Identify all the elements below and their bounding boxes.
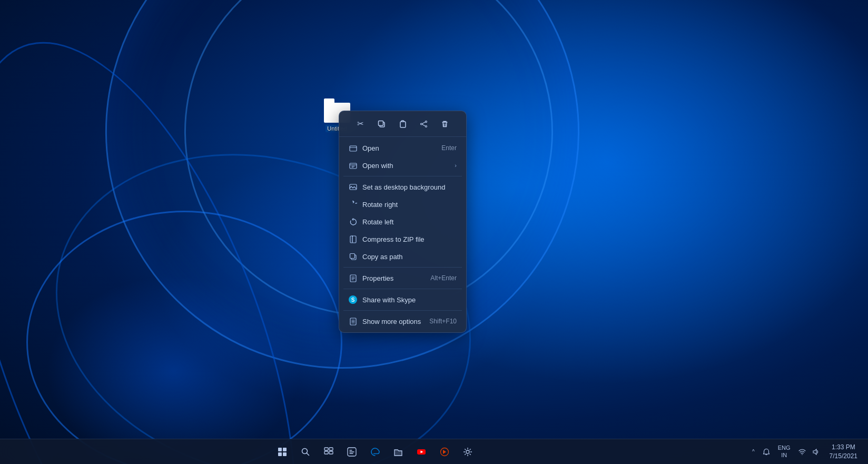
lang-region: IN — [778, 452, 791, 459]
rotate-left-icon — [349, 218, 357, 226]
youtube-button[interactable] — [411, 441, 432, 462]
rotate-left-menu-item[interactable]: Rotate left — [341, 213, 464, 230]
svg-point-4 — [421, 123, 422, 125]
search-button[interactable] — [295, 441, 316, 462]
divider-1 — [343, 176, 462, 176]
properties-shortcut: Alt+Enter — [430, 274, 457, 282]
open-menu-item[interactable]: Open Enter — [341, 140, 464, 156]
svg-rect-15 — [283, 448, 287, 451]
svg-rect-2 — [400, 122, 406, 127]
divider-2 — [343, 267, 462, 268]
edge-button[interactable] — [364, 441, 386, 462]
svg-rect-21 — [324, 451, 328, 454]
svg-rect-20 — [329, 448, 333, 450]
svg-point-5 — [426, 125, 427, 127]
properties-icon — [349, 274, 357, 282]
lang-code: ENG — [778, 445, 791, 451]
open-with-icon — [349, 161, 357, 170]
show-more-label: Show more options — [362, 318, 424, 325]
open-icon — [349, 144, 357, 152]
properties-menu-item[interactable]: Properties Alt+Enter — [341, 270, 464, 287]
system-tray: ^ ENG IN 1:33 PM 7/15/2021 — [750, 443, 868, 461]
copy-as-path-icon — [349, 252, 357, 261]
delete-button[interactable] — [437, 115, 453, 132]
open-with-menu-item[interactable]: Open with › — [341, 157, 464, 174]
widgets-button[interactable] — [341, 441, 362, 462]
set-desktop-bg-label: Set as desktop background — [362, 183, 457, 191]
compress-zip-menu-item[interactable]: Compress to ZIP file — [341, 231, 464, 248]
language-indicator[interactable]: ENG IN — [776, 445, 793, 458]
share-button[interactable] — [416, 115, 432, 132]
compress-zip-icon — [349, 235, 357, 243]
rotate-left-label: Rotate left — [362, 218, 457, 226]
compress-zip-label: Compress to ZIP file — [362, 235, 457, 243]
svg-rect-16 — [278, 452, 282, 456]
svg-rect-9 — [350, 236, 356, 243]
svg-rect-6 — [350, 146, 357, 151]
skype-logo: S — [349, 295, 357, 304]
start-button[interactable] — [272, 441, 293, 462]
share-skype-label: Share with Skype — [362, 296, 457, 304]
paste-button[interactable] — [394, 115, 411, 132]
divider-3 — [343, 289, 462, 289]
svg-rect-19 — [324, 448, 328, 450]
tray-icons — [760, 446, 773, 458]
open-label: Open — [362, 144, 436, 152]
svg-point-26 — [466, 450, 469, 453]
context-toolbar: ✂ — [339, 111, 466, 137]
taskbar-center — [0, 441, 750, 462]
open-shortcut: Enter — [441, 144, 457, 152]
svg-point-27 — [802, 454, 803, 455]
share-skype-menu-item[interactable]: S Share with Skype — [341, 291, 464, 308]
svg-rect-22 — [329, 451, 333, 454]
cut-button[interactable]: ✂ — [352, 115, 369, 132]
copy-button[interactable] — [373, 115, 390, 132]
copy-as-path-label: Copy as path — [362, 253, 457, 261]
set-desktop-bg-icon — [349, 183, 357, 191]
set-desktop-bg-menu-item[interactable]: Set as desktop background — [341, 179, 464, 195]
task-view-button[interactable] — [318, 441, 339, 462]
show-more-icon — [349, 317, 357, 325]
tray-status-icons — [796, 446, 822, 458]
taskbar: ^ ENG IN 1:33 PM 7/15/2021 — [0, 439, 868, 464]
svg-rect-1 — [379, 121, 383, 125]
properties-label: Properties — [362, 274, 425, 282]
skype-icon: S — [349, 295, 357, 304]
volume-tray-icon[interactable] — [810, 446, 822, 458]
clock[interactable]: 1:33 PM 7/15/2021 — [825, 443, 862, 461]
open-with-arrow: › — [455, 162, 457, 169]
notification-tray-icon[interactable] — [760, 446, 773, 458]
show-more-options-menu-item[interactable]: Show more options Shift+F10 — [341, 313, 464, 330]
wave-5 — [26, 211, 342, 464]
svg-rect-14 — [278, 448, 282, 451]
open-with-label: Open with — [362, 162, 449, 170]
clock-date: 7/15/2021 — [830, 452, 857, 461]
show-more-shortcut: Shift+F10 — [429, 318, 457, 325]
clock-time: 1:33 PM — [832, 443, 855, 452]
context-menu: ✂ Open Enter Open with › — [339, 111, 467, 333]
file-explorer-button[interactable] — [388, 441, 409, 462]
svg-rect-17 — [283, 452, 287, 456]
rotate-right-icon — [349, 200, 357, 209]
office-button[interactable] — [434, 441, 455, 462]
tray-overflow-button[interactable]: ^ — [750, 447, 757, 457]
rotate-right-menu-item[interactable]: Rotate right — [341, 196, 464, 213]
svg-rect-11 — [350, 253, 354, 258]
divider-4 — [343, 310, 462, 311]
svg-point-3 — [426, 121, 427, 122]
network-tray-icon[interactable] — [796, 446, 808, 458]
menu-items: Open Enter Open with › Set as desktop ba… — [339, 137, 466, 332]
copy-as-path-menu-item[interactable]: Copy as path — [341, 248, 464, 265]
rotate-right-label: Rotate right — [362, 201, 457, 209]
settings-button[interactable] — [457, 441, 478, 462]
